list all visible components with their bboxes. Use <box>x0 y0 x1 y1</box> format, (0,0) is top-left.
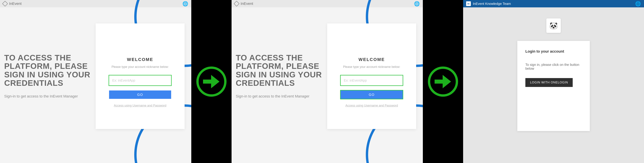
login-card: WELCOME Please type your account nicknam… <box>327 23 416 129</box>
inevent-logo-icon <box>2 1 8 6</box>
nickname-input[interactable] <box>109 75 171 85</box>
welcome-prompt: Please type your account nickname below: <box>112 65 169 69</box>
headline: TO ACCESS THE PLATFORM, PLEASE SIGN IN U… <box>236 54 323 87</box>
arrow-circle-icon <box>428 66 458 97</box>
onelogin-card: Login to your account To sign in, please… <box>517 41 590 131</box>
username-password-link[interactable]: Access using Username and Password <box>114 104 166 107</box>
headline-block: TO ACCESS THE PLATFORM, PLEASE SIGN IN U… <box>4 54 92 99</box>
onelogin-step: In InEvent Knowledge Team 🌐 🐼 Login to y… <box>463 0 644 163</box>
company-logo-box: 🐼 <box>546 18 561 33</box>
app-name: InEvent <box>9 1 22 6</box>
subheadline: Sign-in to get access to the InEvent Man… <box>236 94 323 99</box>
welcome-title: WELCOME <box>127 57 153 62</box>
onelogin-desc: To sign in, please click on the button b… <box>525 63 582 71</box>
step-arrow-1 <box>191 0 232 163</box>
inevent-logo-icon <box>234 1 240 6</box>
company-logo-icon: 🐼 <box>549 22 558 30</box>
username-password-link[interactable]: Access using Username and Password <box>345 104 398 107</box>
welcome-title: WELCOME <box>358 57 385 62</box>
inevent-logo-icon: In <box>466 1 471 6</box>
login-card: WELCOME Please type your account nicknam… <box>96 23 184 129</box>
arrow-right-icon <box>434 73 451 90</box>
card-logo-icon <box>364 34 379 49</box>
welcome-prompt: Please type your account nickname below: <box>343 65 400 69</box>
login-step-2: InEvent 🌐 TO ACCESS THE PLATFORM, PLEASE… <box>232 0 423 163</box>
arrow-circle-icon <box>196 66 226 97</box>
app-name: InEvent <box>240 1 253 6</box>
topbar: In InEvent Knowledge Team 🌐 <box>463 0 644 7</box>
login-step-1: InEvent 🌐 TO ACCESS THE PLATFORM, PLEASE… <box>0 0 191 163</box>
onelogin-title: Login to your account <box>525 49 582 54</box>
headline-block: TO ACCESS THE PLATFORM, PLEASE SIGN IN U… <box>236 54 323 99</box>
card-logo-icon <box>132 34 148 49</box>
subheadline: Sign-in to get access to the InEvent Man… <box>4 94 92 99</box>
step-arrow-2 <box>423 0 463 163</box>
nickname-input[interactable] <box>341 75 403 85</box>
arrow-right-icon <box>203 73 220 90</box>
headline: TO ACCESS THE PLATFORM, PLEASE SIGN IN U… <box>4 54 92 87</box>
globe-icon[interactable]: 🌐 <box>635 1 641 6</box>
go-button[interactable]: GO <box>109 90 171 99</box>
go-button[interactable]: GO <box>341 90 403 99</box>
login-onelogin-button[interactable]: LOGIN WITH ONELOGIN <box>525 78 573 87</box>
app-name: InEvent Knowledge Team <box>473 2 511 6</box>
